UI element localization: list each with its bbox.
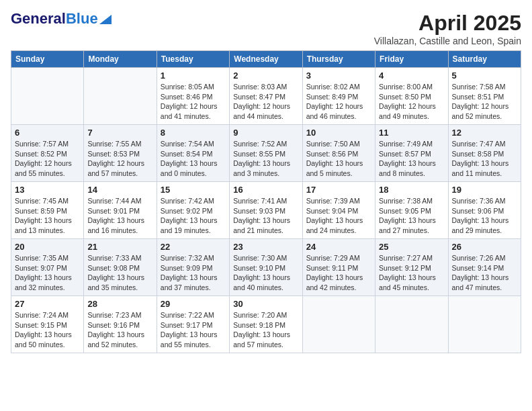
day-info: Sunrise: 7:26 AMSunset: 9:14 PMDaylight:…: [452, 253, 517, 293]
calendar-cell: 11Sunrise: 7:49 AMSunset: 8:57 PMDayligh…: [375, 125, 448, 182]
page-header: GeneralBlue April 2025 Villalazan, Casti…: [11, 11, 521, 46]
calendar-week-row: 13Sunrise: 7:45 AMSunset: 8:59 PMDayligh…: [11, 182, 521, 239]
logo: GeneralBlue: [11, 11, 112, 27]
day-info: Sunrise: 7:36 AMSunset: 9:06 PMDaylight:…: [452, 196, 517, 236]
calendar-cell: 30Sunrise: 7:20 AMSunset: 9:18 PMDayligh…: [230, 296, 302, 353]
calendar-week-row: 1Sunrise: 8:05 AMSunset: 8:46 PMDaylight…: [11, 68, 521, 125]
day-info: Sunrise: 7:39 AMSunset: 9:04 PMDaylight:…: [306, 196, 371, 236]
day-number: 9: [233, 128, 298, 138]
day-info: Sunrise: 8:05 AMSunset: 8:46 PMDaylight:…: [161, 82, 226, 122]
day-info: Sunrise: 7:58 AMSunset: 8:51 PMDaylight:…: [452, 82, 517, 122]
calendar-cell: [11, 68, 84, 125]
day-info: Sunrise: 7:38 AMSunset: 9:05 PMDaylight:…: [379, 196, 444, 236]
calendar-cell: 20Sunrise: 7:35 AMSunset: 9:07 PMDayligh…: [11, 239, 84, 296]
calendar-cell: [375, 296, 448, 353]
day-number: 6: [15, 128, 80, 138]
weekday-header-saturday: Saturday: [448, 51, 521, 68]
calendar-cell: [84, 68, 157, 125]
day-info: Sunrise: 7:47 AMSunset: 8:58 PMDaylight:…: [452, 139, 517, 179]
day-number: 19: [452, 185, 517, 195]
day-number: 5: [452, 71, 517, 81]
day-number: 30: [233, 299, 298, 309]
day-number: 20: [15, 242, 80, 252]
day-number: 18: [379, 185, 444, 195]
day-number: 17: [306, 185, 371, 195]
day-number: 3: [306, 71, 371, 81]
day-number: 26: [452, 242, 517, 252]
calendar-cell: 26Sunrise: 7:26 AMSunset: 9:14 PMDayligh…: [448, 239, 521, 296]
calendar-cell: 15Sunrise: 7:42 AMSunset: 9:02 PMDayligh…: [157, 182, 229, 239]
calendar-cell: 8Sunrise: 7:54 AMSunset: 8:54 PMDaylight…: [157, 125, 229, 182]
day-info: Sunrise: 7:23 AMSunset: 9:16 PMDaylight:…: [87, 310, 152, 350]
calendar-cell: 13Sunrise: 7:45 AMSunset: 8:59 PMDayligh…: [11, 182, 84, 239]
day-info: Sunrise: 8:00 AMSunset: 8:50 PMDaylight:…: [379, 82, 444, 122]
day-info: Sunrise: 7:22 AMSunset: 9:17 PMDaylight:…: [161, 310, 226, 350]
calendar-cell: 10Sunrise: 7:50 AMSunset: 8:56 PMDayligh…: [302, 125, 375, 182]
day-info: Sunrise: 7:20 AMSunset: 9:18 PMDaylight:…: [233, 310, 298, 350]
day-info: Sunrise: 7:27 AMSunset: 9:12 PMDaylight:…: [379, 253, 444, 293]
day-number: 11: [379, 128, 444, 138]
weekday-header-sunday: Sunday: [11, 51, 84, 68]
calendar-cell: [448, 296, 521, 353]
day-number: 2: [233, 71, 298, 81]
day-info: Sunrise: 7:49 AMSunset: 8:57 PMDaylight:…: [379, 139, 444, 179]
svg-marker-0: [99, 15, 112, 24]
day-number: 12: [452, 128, 517, 138]
calendar-table: SundayMondayTuesdayWednesdayThursdayFrid…: [11, 50, 521, 353]
day-info: Sunrise: 7:45 AMSunset: 8:59 PMDaylight:…: [15, 196, 80, 236]
day-number: 15: [161, 185, 226, 195]
location-subtitle: Villalazan, Castille and Leon, Spain: [374, 36, 521, 46]
calendar-cell: 7Sunrise: 7:55 AMSunset: 8:53 PMDaylight…: [84, 125, 157, 182]
calendar-week-row: 27Sunrise: 7:24 AMSunset: 9:15 PMDayligh…: [11, 296, 521, 353]
calendar-cell: 27Sunrise: 7:24 AMSunset: 9:15 PMDayligh…: [11, 296, 84, 353]
day-info: Sunrise: 7:55 AMSunset: 8:53 PMDaylight:…: [87, 139, 152, 179]
calendar-cell: 17Sunrise: 7:39 AMSunset: 9:04 PMDayligh…: [302, 182, 375, 239]
day-number: 14: [87, 185, 152, 195]
day-info: Sunrise: 8:02 AMSunset: 8:49 PMDaylight:…: [306, 82, 371, 122]
weekday-header-wednesday: Wednesday: [230, 51, 302, 68]
day-info: Sunrise: 7:30 AMSunset: 9:10 PMDaylight:…: [233, 253, 298, 293]
day-number: 4: [379, 71, 444, 81]
calendar-cell: 16Sunrise: 7:41 AMSunset: 9:03 PMDayligh…: [230, 182, 302, 239]
calendar-cell: 3Sunrise: 8:02 AMSunset: 8:49 PMDaylight…: [302, 68, 375, 125]
calendar-week-row: 20Sunrise: 7:35 AMSunset: 9:07 PMDayligh…: [11, 239, 521, 296]
weekday-header-friday: Friday: [375, 51, 448, 68]
calendar-cell: 6Sunrise: 7:57 AMSunset: 8:52 PMDaylight…: [11, 125, 84, 182]
day-number: 1: [161, 71, 226, 81]
day-number: 7: [87, 128, 152, 138]
calendar-cell: 5Sunrise: 7:58 AMSunset: 8:51 PMDaylight…: [448, 68, 521, 125]
day-info: Sunrise: 8:03 AMSunset: 8:47 PMDaylight:…: [233, 82, 298, 122]
calendar-cell: 18Sunrise: 7:38 AMSunset: 9:05 PMDayligh…: [375, 182, 448, 239]
day-info: Sunrise: 7:29 AMSunset: 9:11 PMDaylight:…: [306, 253, 371, 293]
calendar-week-row: 6Sunrise: 7:57 AMSunset: 8:52 PMDaylight…: [11, 125, 521, 182]
calendar-cell: 28Sunrise: 7:23 AMSunset: 9:16 PMDayligh…: [84, 296, 157, 353]
logo-icon: [99, 15, 112, 24]
day-number: 27: [15, 299, 80, 309]
month-title: April 2025: [374, 11, 521, 36]
day-number: 21: [87, 242, 152, 252]
day-info: Sunrise: 7:42 AMSunset: 9:02 PMDaylight:…: [161, 196, 226, 236]
day-info: Sunrise: 7:33 AMSunset: 9:08 PMDaylight:…: [87, 253, 152, 293]
calendar-cell: 25Sunrise: 7:27 AMSunset: 9:12 PMDayligh…: [375, 239, 448, 296]
day-info: Sunrise: 7:44 AMSunset: 9:01 PMDaylight:…: [87, 196, 152, 236]
calendar-cell: 19Sunrise: 7:36 AMSunset: 9:06 PMDayligh…: [448, 182, 521, 239]
weekday-header-thursday: Thursday: [302, 51, 375, 68]
day-number: 8: [161, 128, 226, 138]
day-number: 25: [379, 242, 444, 252]
day-info: Sunrise: 7:41 AMSunset: 9:03 PMDaylight:…: [233, 196, 298, 236]
day-number: 29: [161, 299, 226, 309]
weekday-header-row: SundayMondayTuesdayWednesdayThursdayFrid…: [11, 51, 521, 68]
calendar-cell: 1Sunrise: 8:05 AMSunset: 8:46 PMDaylight…: [157, 68, 229, 125]
weekday-header-monday: Monday: [84, 51, 157, 68]
calendar-cell: 12Sunrise: 7:47 AMSunset: 8:58 PMDayligh…: [448, 125, 521, 182]
calendar-cell: 29Sunrise: 7:22 AMSunset: 9:17 PMDayligh…: [157, 296, 229, 353]
day-info: Sunrise: 7:50 AMSunset: 8:56 PMDaylight:…: [306, 139, 371, 179]
day-info: Sunrise: 7:24 AMSunset: 9:15 PMDaylight:…: [15, 310, 80, 350]
calendar-cell: [302, 296, 375, 353]
calendar-cell: 2Sunrise: 8:03 AMSunset: 8:47 PMDaylight…: [230, 68, 302, 125]
day-number: 28: [87, 299, 152, 309]
day-info: Sunrise: 7:52 AMSunset: 8:55 PMDaylight:…: [233, 139, 298, 179]
calendar-cell: 9Sunrise: 7:52 AMSunset: 8:55 PMDaylight…: [230, 125, 302, 182]
day-number: 24: [306, 242, 371, 252]
title-block: April 2025 Villalazan, Castille and Leon…: [374, 11, 521, 46]
